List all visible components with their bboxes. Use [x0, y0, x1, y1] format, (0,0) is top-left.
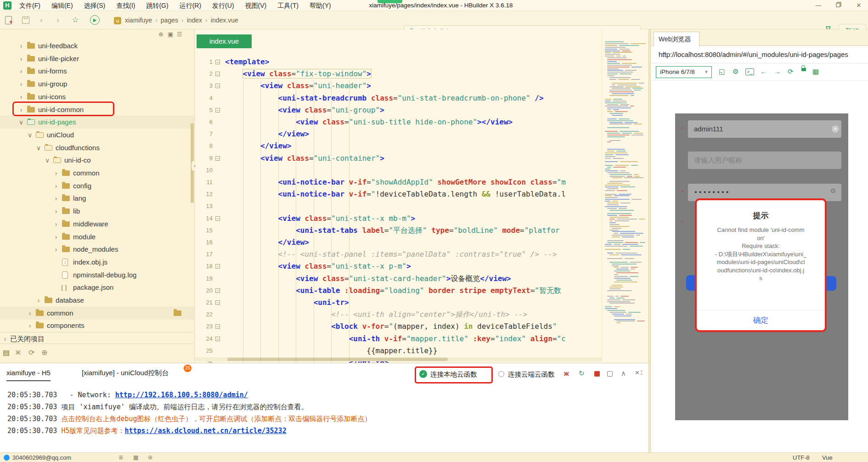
fold-marker-icon[interactable]: – — [215, 60, 220, 64]
code-line[interactable]: 18– <view class="uni-stat--x p-m"> — [195, 260, 602, 272]
console-tab-run[interactable]: xiamifuye - H5 — [6, 369, 51, 381]
tree-item-npminstall-debug.log[interactable]: npminstall-debug.log — [0, 269, 195, 282]
encoding-label[interactable]: UTF-8 — [793, 453, 810, 462]
menu-item[interactable]: 选择(S) — [79, 0, 111, 11]
menu-item[interactable]: 查找(I) — [111, 0, 141, 11]
fold-marker-icon[interactable]: – — [215, 264, 220, 269]
log-link[interactable]: http://192.168.100.5:8080/admin/ — [115, 391, 248, 399]
connect-remote-option[interactable]: 连接云端云函数 — [508, 370, 555, 379]
code-line[interactable]: 12 <uni-notice-bar v-if="!deviceTableDat… — [195, 188, 602, 200]
code-line[interactable]: 2– <view class="fix-top-window"> — [195, 68, 602, 80]
tree-item-uni-feedback[interactable]: ›uni-feedback — [0, 39, 195, 52]
code-line[interactable]: 1–<template> — [195, 56, 602, 68]
url-bar[interactable]: http://localhost:8080/admin/#/uni_module… — [651, 46, 868, 63]
console-list-icon[interactable]: ▤ — [3, 348, 10, 357]
menu-item[interactable]: 视图(V) — [240, 0, 272, 11]
chevron-right-icon[interactable]: › — [36, 297, 41, 304]
code-line[interactable]: 15 <uni-stat-tabs label="平台选择" type="bol… — [195, 225, 602, 237]
element-picker-icon[interactable]: ◱ — [719, 67, 725, 76]
tree-item-middleware[interactable]: ›middleware — [0, 218, 195, 231]
code-line[interactable]: 20– <uni-table :loading="loading" border… — [195, 285, 602, 297]
code-line[interactable]: 23– <block v-for="(mapper, index) in dev… — [195, 321, 602, 332]
fold-marker-icon[interactable]: – — [215, 216, 220, 221]
menu-item[interactable]: 编辑(E) — [46, 0, 79, 11]
code-line[interactable]: 19 <view class="uni-stat-card-header">设备… — [195, 273, 602, 285]
tree-item-uni-id-co[interactable]: ∨uni-id-co — [0, 154, 195, 167]
code-line[interactable]: 11 <uni-notice-bar v-if="showAddAppId" s… — [195, 176, 602, 188]
debug-bug-icon[interactable]: ж — [564, 369, 569, 377]
back-icon[interactable]: ‹ — [36, 15, 47, 26]
tree-item-index.obj.js[interactable]: Jindex.obj.js — [0, 256, 195, 269]
device-selector[interactable]: iPhone 6/7/8▼ — [656, 66, 712, 78]
tree-item-lang[interactable]: ›lang — [0, 192, 195, 205]
log-link[interactable]: https://ask.dcloud.net.cn/article/35232 — [124, 427, 286, 435]
code-line[interactable]: 17 <!-- <uni-stat-panel :items="panelDat… — [195, 248, 602, 260]
collapse-console-icon[interactable]: ∧ — [621, 369, 626, 377]
tree-item-common[interactable]: ›common — [0, 167, 195, 180]
chevron-right-icon[interactable]: › — [19, 55, 23, 62]
eye-icon[interactable]: ⊙ — [830, 187, 836, 194]
chevron-right-icon[interactable]: › — [54, 220, 58, 228]
globe-icon[interactable]: ⊕ — [41, 348, 47, 357]
tree-item-lib[interactable]: ›lib — [0, 205, 195, 218]
fold-marker-icon[interactable]: – — [215, 156, 220, 161]
detach-console-icon[interactable] — [607, 371, 613, 377]
settings-icon[interactable]: ⚙ — [733, 67, 738, 76]
breadcrumb-item[interactable]: index — [187, 17, 202, 24]
code-line[interactable]: 7 </view> — [195, 128, 602, 140]
chevron-right-icon[interactable]: › — [19, 80, 23, 88]
star-icon[interactable]: ☆ — [70, 15, 81, 26]
fold-marker-icon[interactable]: – — [215, 84, 220, 88]
breadcrumb[interactable]: xiamifuye›pages›index›index.vue — [125, 11, 238, 29]
radio-icon[interactable] — [498, 371, 504, 377]
nav-forward-icon[interactable]: → — [774, 67, 781, 76]
breadcrumb-item[interactable]: pages — [161, 17, 178, 24]
tree-item-config[interactable]: ›config — [0, 180, 195, 192]
fold-marker-icon[interactable]: – — [215, 288, 220, 293]
chevron-right-icon[interactable]: › — [54, 169, 58, 177]
code-line[interactable]: 25 {{mapper.title}} — [195, 345, 602, 357]
chevron-right-icon[interactable]: › — [19, 42, 23, 50]
explorer-menu-icon[interactable]: ☰ — [177, 31, 182, 38]
chevron-right-icon[interactable]: › — [54, 208, 58, 215]
code-line[interactable]: 4 <uni-stat-breadcrumb class="uni-stat-b… — [195, 92, 602, 104]
lock-icon[interactable] — [801, 63, 808, 76]
chevron-right-icon[interactable]: › — [54, 233, 58, 241]
fold-marker-icon[interactable]: – — [215, 72, 220, 76]
restore-button[interactable] — [829, 0, 848, 11]
chevron-right-icon[interactable]: › — [54, 195, 58, 202]
tree-item-common[interactable]: ›common — [0, 307, 195, 320]
fold-marker-icon[interactable]: – — [215, 108, 220, 113]
status-grid-icon[interactable]: ▦ — [133, 453, 138, 462]
menu-item[interactable]: 发行(U) — [207, 0, 239, 11]
console-tab-unicloud[interactable]: [xiamifuye] - uniCloud控制台 — [82, 369, 169, 377]
chevron-down-icon[interactable]: ∨ — [36, 144, 41, 152]
chevron-down-icon[interactable]: ∨ — [19, 118, 23, 126]
breadcrumb-item[interactable]: xiamifuye — [125, 17, 152, 24]
debug-bug-icon[interactable]: ж — [16, 348, 21, 356]
code-editor[interactable]: index.vue 1–<template>2– <view class="fi… — [195, 29, 602, 363]
menu-item[interactable]: 跳转(G) — [141, 0, 174, 11]
code-line[interactable]: 9– <view class="uni-container"> — [195, 152, 602, 164]
fold-marker-icon[interactable]: – — [215, 337, 220, 341]
code-line[interactable]: 13 — [195, 200, 602, 212]
status-list-icon[interactable]: ≣ — [118, 453, 123, 462]
stop-icon[interactable] — [594, 371, 600, 377]
code-line[interactable]: 14– <view class="uni-stat--x mb-m"> — [195, 213, 602, 225]
status-globe-icon[interactable]: ⊕ — [148, 453, 152, 462]
tree-item-package.json[interactable]: [ ]package.json — [0, 281, 195, 294]
nickname-field[interactable]: 请输入用户昵称 — [688, 152, 841, 169]
sidebar-item-closed-projects[interactable]: ›已关闭项目 — [0, 332, 195, 345]
chevron-right-icon[interactable]: › — [28, 310, 32, 317]
tab-web-browser[interactable]: Web浏览器✕ — [654, 32, 699, 46]
tree-item-uni-file-picker[interactable]: ›uni-file-picker — [0, 52, 195, 65]
code-line[interactable]: 24– <uni-th v-if="mapper.title" :key="in… — [195, 333, 602, 345]
code-line[interactable]: 3– <view class="uni-header"> — [195, 80, 602, 92]
code-line[interactable]: 21– <uni-tr> — [195, 297, 602, 309]
tree-item-node_modules[interactable]: ›node_modules — [0, 243, 195, 256]
minimap[interactable] — [602, 29, 648, 363]
code-line[interactable]: 10 — [195, 164, 602, 176]
run-icon[interactable]: ▶ — [90, 15, 100, 25]
chevron-right-icon[interactable]: › — [28, 322, 32, 329]
tree-item-uni-forms[interactable]: ›uni-forms — [0, 65, 195, 78]
